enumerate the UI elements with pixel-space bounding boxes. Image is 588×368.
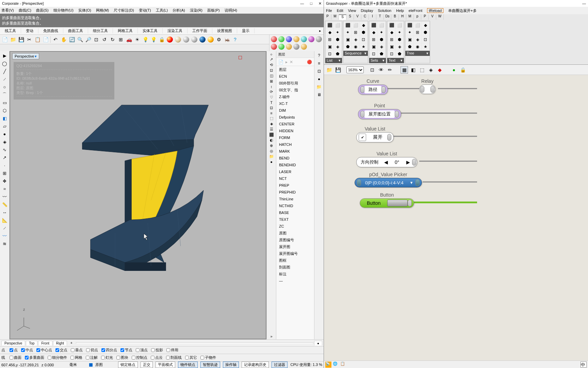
grid-icon[interactable]: ⊞ [117,36,124,43]
layer-item[interactable]: 原图 [276,230,314,236]
gh-component-icon[interactable]: ⬜ [396,22,403,29]
r-tool-12-icon[interactable]: ≡ [270,111,272,115]
gem-magenta-icon[interactable] [308,36,314,42]
osnap-end[interactable]: 点 [10,348,18,353]
gh-menu-view[interactable]: View [348,9,356,13]
layer-item[interactable]: PREPHID [276,189,314,196]
r-tool-3-icon[interactable]: ⟲ [270,63,273,67]
render-sphere2-icon[interactable] [175,36,181,43]
gh-component-icon[interactable]: ★ [360,43,367,50]
gem-cyan-icon[interactable] [301,36,307,42]
filt-hatch[interactable]: 剖面线 [166,355,182,360]
status-layer[interactable]: 原图 [95,362,103,367]
gem-green-icon[interactable] [278,36,284,42]
gh-menu-help[interactable]: Help [396,9,404,13]
gh-component-icon[interactable]: ⬟ [344,43,352,50]
osnap-cen[interactable]: 中心点 [36,348,52,353]
vtab-top[interactable]: Top [26,341,37,346]
gh-component-icon[interactable]: ▣ [388,43,395,50]
osnap-perp[interactable]: 垂点 [71,348,83,353]
layer-item[interactable]: Defpoints [276,114,314,121]
dim-icon[interactable]: ↔ [1,209,8,216]
gh-component-icon[interactable]: ⬟ [396,50,403,57]
gh-panel-label[interactable]: Sets▾ [369,58,386,63]
gh-component-icon[interactable]: ⊞ [414,29,421,36]
gh-component-icon[interactable]: ◈ [352,36,359,43]
gh-component-icon[interactable]: ⬜ [334,22,341,29]
gh-component-icon[interactable]: ✦ [334,29,341,36]
gh-component-icon[interactable]: ⊡ [360,36,367,43]
gh-canvas[interactable]: Curve 路径 Relay Point 展开 [324,75,588,361]
gem-orange-icon[interactable] [293,36,299,42]
arrow-left-icon[interactable]: ◀ [382,158,390,166]
filt-pc[interactable]: 点云 [151,355,163,360]
wave2-icon[interactable]: 〰 [1,193,8,200]
layer-item[interactable]: NCT [276,175,314,182]
sb-gridsnap[interactable]: 锁定格点 [118,362,138,368]
gear-icon[interactable]: ⚙ [215,36,222,43]
layer-item[interactable]: 展开图编号 [276,250,314,257]
gh-zoom-select[interactable]: 163% [346,66,364,73]
vtab-front[interactable]: Front [38,341,52,346]
gh-open-icon[interactable]: 📁 [325,66,333,74]
filt-ann[interactable]: 注解 [86,355,98,360]
wave3-icon[interactable]: ≋ [1,240,8,247]
grip-icon[interactable] [387,134,391,141]
command-area[interactable]: 的多重曲面至选取集合。 的多重曲面至选取集合。 [0,14,324,27]
filt-light[interactable]: 灯光 [101,355,113,360]
grip-icon[interactable] [360,111,364,118]
gh-point-param[interactable]: 展开图位置 [358,109,401,119]
gh-component-icon[interactable]: ◆ [370,29,377,36]
gh-component-icon[interactable]: ◈ [334,43,341,50]
pointer-icon[interactable]: ▶ [1,52,8,59]
sb-osnap[interactable]: 物件锁点 [178,362,198,368]
gh-tab[interactable]: P [324,14,331,20]
gem-red-icon[interactable] [271,36,277,42]
gem-orange2-icon[interactable] [286,44,292,50]
gh-component-icon[interactable]: ⬟ [378,50,385,57]
sb-ortho[interactable]: 正交 [141,362,153,368]
r-tool-6-icon[interactable]: ⊞ [270,79,273,83]
r-tool-8-icon[interactable]: ⟳ [270,90,273,94]
filt-srf[interactable]: 曲面 [10,355,21,360]
sb-gumball[interactable]: 操作轴 [223,362,239,368]
tool-a-icon[interactable]: 📐 [1,217,8,224]
scrub-dot[interactable]: ● [314,341,322,346]
paste-icon[interactable]: 📄 [42,36,49,43]
osnap-dis[interactable]: 停用 [166,348,178,353]
tab-mesh[interactable]: 网格工具 [113,28,138,33]
pan-icon[interactable]: ✋ [60,36,67,43]
layer-item[interactable]: NCTHID [276,202,314,209]
gh-curve-param[interactable]: 路径 [358,85,388,95]
tab-line[interactable]: 线工具 [0,28,21,33]
move-icon[interactable]: ✥ [1,178,8,184]
gh-preview-shade-icon[interactable]: ◧ [409,66,417,74]
vtab-right[interactable]: Right [53,341,67,346]
gh-eye-icon[interactable]: 👁 [377,66,385,74]
layer-item[interactable]: Z-辅件 [276,93,314,100]
surface-icon[interactable]: ▱ [1,123,8,129]
grip-icon[interactable] [412,159,416,166]
dropdown-icon[interactable]: ▼ [408,181,415,185]
layer-item[interactable]: HATCH [276,141,314,148]
gh-tab[interactable]: I [369,14,376,20]
grid2-icon[interactable]: ⊞ [1,170,8,177]
r-tool-5-icon[interactable]: ◫ [270,74,273,78]
tab-cplane[interactable]: 工作平面 [187,28,212,33]
gh-panel-label[interactable]: List▾ [325,58,342,63]
layer-item[interactable]: BENDHID [276,162,314,168]
zoom-window-icon[interactable]: 🔎 [85,36,92,43]
gh-component-icon[interactable]: ◈ [378,43,385,50]
gh-value-list-1[interactable]: ✔ 展开 [356,132,394,142]
osnap-tan[interactable]: 切点 [86,348,98,353]
layer-item[interactable]: 00外部引用 [276,80,314,87]
gh-tab[interactable]: H [399,14,406,20]
gh-panel-label[interactable]: Sequence▾ [343,51,368,56]
osnap-quad[interactable]: 四分点 [101,348,117,353]
layer-item[interactable]: BEND [276,155,314,162]
layer-new-icon[interactable]: 📄 [278,60,283,64]
gh-component-icon[interactable]: ⊡ [370,50,377,57]
zoom-ext-icon[interactable]: ⊡ [93,36,100,43]
close-button[interactable]: ✕ [318,1,322,6]
tangent-icon[interactable]: ↗ [1,154,8,161]
